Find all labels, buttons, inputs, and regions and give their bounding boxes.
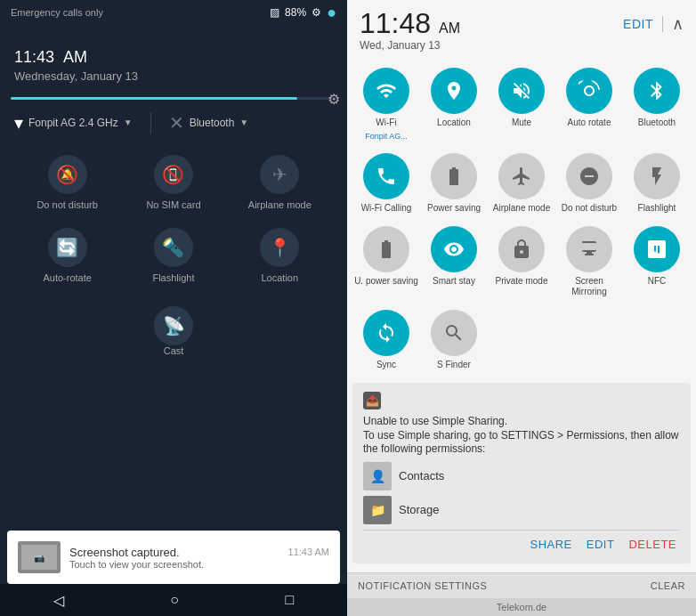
delete-button[interactable]: DELETE xyxy=(628,538,676,551)
qg-smart-stay[interactable]: Smart stay xyxy=(420,219,488,303)
location-label: Location xyxy=(261,272,298,283)
toggle-no-sim[interactable]: 📵 No SIM card xyxy=(120,146,226,219)
airplane-label: Airplane mode xyxy=(248,199,312,210)
edit-button[interactable]: EDIT xyxy=(623,17,653,31)
notif-card-header: 📤 xyxy=(363,392,680,409)
wifi-item[interactable]: ▾ Fonpit AG 2.4 GHz ▼ xyxy=(14,112,133,134)
qg-do-not-disturb[interactable]: Do not disturb xyxy=(555,146,623,219)
do-not-disturb-toggle-label: Do not disturb xyxy=(562,203,617,214)
network-section: ▾ Fonpit AG 2.4 GHz ▼ ✕ Bluetooth ▼ xyxy=(0,107,347,139)
qg-u-power-saving[interactable]: U. power saving xyxy=(352,219,420,303)
contacts-icon: 👤 xyxy=(363,462,392,490)
left-panel: Emergency calls only ▨ 88% ⚙ ● 11:43 AM … xyxy=(0,0,347,616)
screen-mirroring-toggle-icon xyxy=(566,226,612,272)
storage-icon: 📁 xyxy=(363,496,392,524)
brightness-bar[interactable]: ⚙ xyxy=(11,97,336,100)
wifi-dropdown: ▼ xyxy=(124,118,133,127)
toggle-location[interactable]: 📍 Location xyxy=(227,219,333,292)
notif-content: Screenshot captured. 11:43 AM Touch to v… xyxy=(69,546,329,570)
power-saving-toggle-label: Power saving xyxy=(427,203,481,214)
header-divider xyxy=(662,16,663,32)
smart-stay-toggle-label: Smart stay xyxy=(433,276,475,287)
cast-icon: 📡 xyxy=(154,306,193,345)
airplane-icon: ✈ xyxy=(260,155,299,194)
qg-s-finder[interactable]: S Finder xyxy=(420,303,488,376)
time-value: 11:43 xyxy=(14,48,54,66)
left-date: Wednesday, January 13 xyxy=(14,69,333,83)
qg-wifi[interactable]: Wi-Fi Fonpit AG... xyxy=(352,61,420,146)
qg-airplane-mode[interactable]: Airplane mode xyxy=(488,146,555,219)
screenshot-notification[interactable]: 📷 Screenshot captured. 11:43 AM Touch to… xyxy=(7,531,340,584)
quick-toggles: 🔕 Do not disturb 📵 No SIM card ✈ Airplan… xyxy=(0,139,347,299)
qg-private-mode[interactable]: Private mode xyxy=(488,219,555,303)
recent-button[interactable]: □ xyxy=(286,592,295,608)
qg-screen-mirroring[interactable]: Screen Mirroring xyxy=(555,219,623,303)
brightness-fill xyxy=(11,97,297,100)
clear-button[interactable]: CLEAR xyxy=(651,580,685,591)
share-button[interactable]: SHARE xyxy=(530,538,572,551)
private-mode-toggle-icon xyxy=(498,226,545,272)
qg-bluetooth[interactable]: Bluetooth xyxy=(623,61,691,146)
qg-mute[interactable]: Mute xyxy=(488,61,555,146)
perm-contacts: 👤 Contacts xyxy=(363,462,680,490)
bluetooth-dropdown: ▼ xyxy=(239,118,248,127)
toggle-do-not-disturb[interactable]: 🔕 Do not disturb xyxy=(14,146,120,219)
airplane-mode-toggle-icon xyxy=(498,153,545,199)
bluetooth-toggle-icon xyxy=(634,68,680,114)
collapse-button[interactable]: ∧ xyxy=(672,14,684,34)
right-panel: 11:48 AM Wed, January 13 EDIT ∧ Wi-Fi Fo… xyxy=(347,0,696,616)
profile-icon[interactable]: ● xyxy=(327,4,336,22)
notif-body: Unable to use Simple Sharing.To use Simp… xyxy=(363,415,680,457)
right-time: 11:48 AM xyxy=(360,9,460,37)
toggle-auto-rotate[interactable]: 🔄 Auto-rotate xyxy=(14,219,120,292)
airplane-mode-toggle-label: Airplane mode xyxy=(493,203,550,214)
location-toggle-label: Location xyxy=(437,118,471,128)
wifi-label: Fonpit AG 2.4 GHz xyxy=(28,117,118,129)
wifi-calling-toggle-icon xyxy=(363,153,409,199)
bluetooth-toggle-label: Bluetooth xyxy=(638,118,676,128)
qg-power-saving[interactable]: Power saving xyxy=(420,146,488,219)
s-finder-toggle-label: S Finder xyxy=(437,360,471,370)
perm-storage: 📁 Storage xyxy=(363,496,680,524)
battery-icon: ▨ xyxy=(270,6,279,19)
qg-nfc[interactable]: NFC xyxy=(623,219,691,303)
wifi-toggle-label: Wi-Fi xyxy=(376,118,396,128)
toggle-airplane[interactable]: ✈ Airplane mode xyxy=(227,146,333,219)
private-mode-toggle-label: Private mode xyxy=(496,276,548,287)
edit-notif-button[interactable]: EDIT xyxy=(587,538,615,551)
qg-autorotate[interactable]: Auto rotate xyxy=(555,61,623,146)
smart-stay-toggle-icon xyxy=(431,226,477,272)
wifi-toggle-icon xyxy=(363,68,409,114)
right-header-actions: EDIT ∧ xyxy=(623,14,684,34)
notif-actions: SHARE EDIT DELETE xyxy=(363,530,680,555)
wifi-toggle-sublabel: Fonpit AG... xyxy=(365,132,408,141)
auto-rotate-label: Auto-rotate xyxy=(43,272,91,283)
autorotate-toggle-label: Auto rotate xyxy=(568,118,611,128)
notification-area: 📤 Unable to use Simple Sharing.To use Si… xyxy=(347,379,696,572)
nfc-toggle-label: NFC xyxy=(648,276,667,287)
qg-flashlight[interactable]: Flashlight xyxy=(623,146,691,219)
qg-sync[interactable]: Sync xyxy=(352,303,420,376)
qg-wifi-calling[interactable]: Wi-Fi Calling xyxy=(352,146,420,219)
notif-thumbnail: 📷 xyxy=(18,541,61,573)
flashlight-toggle-label: Flashlight xyxy=(638,203,676,214)
simple-sharing-notification: 📤 Unable to use Simple Sharing.To use Si… xyxy=(352,383,691,563)
toggle-flashlight[interactable]: 🔦 Flashlight xyxy=(120,219,226,292)
cast-label: Cast xyxy=(164,345,184,356)
bluetooth-item[interactable]: ✕ Bluetooth ▼ xyxy=(169,112,249,134)
home-button[interactable]: ○ xyxy=(170,592,179,608)
cast-section[interactable]: 📡 Cast xyxy=(0,299,347,363)
right-time-ampm: AM xyxy=(439,20,460,36)
brightness-icon: ⚙ xyxy=(328,91,340,108)
status-bar-right: ▨ 88% ⚙ ● xyxy=(270,4,336,22)
nfc-toggle-icon xyxy=(634,226,680,272)
do-not-disturb-label: Do not disturb xyxy=(36,199,97,210)
settings-icon[interactable]: ⚙ xyxy=(312,6,321,19)
notif-time: 11:43 AM xyxy=(288,547,329,557)
qg-location[interactable]: Location xyxy=(420,61,488,146)
notification-settings-button[interactable]: NOTIFICATION SETTINGS xyxy=(358,580,487,591)
network-divider xyxy=(150,112,151,134)
telekom-bar: Telekom.de xyxy=(347,598,696,616)
mute-toggle-label: Mute xyxy=(512,118,531,128)
back-button[interactable]: ◁ xyxy=(53,592,64,609)
